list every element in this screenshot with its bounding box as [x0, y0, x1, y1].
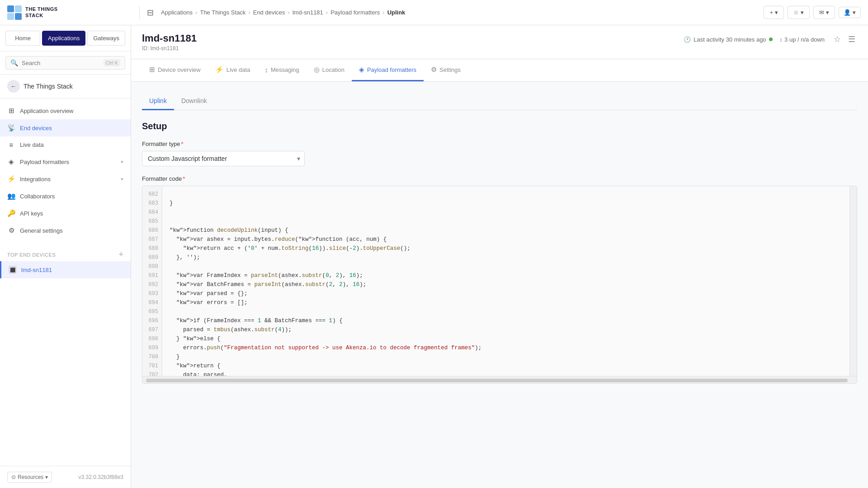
device-header-actions: ☆ ☰: [832, 33, 857, 46]
breadcrumb-sep-5: ›: [382, 9, 384, 16]
sidebar-device-lmd-sn1181[interactable]: ⬛ lmd-sn1181: [0, 261, 131, 278]
scrollbar-vertical[interactable]: [849, 186, 857, 376]
activity-clock-icon: 🕐: [684, 36, 691, 43]
breadcrumb: Applications › The Things Stack › End de…: [161, 9, 758, 16]
code-editor-inner: 6826836846856866876886896906916926936946…: [142, 186, 857, 376]
logo-sq-tl: [7, 5, 14, 12]
sidebar-item-end-devices[interactable]: 📡 End devices: [0, 119, 131, 136]
collapse-sidebar-button[interactable]: ⊟: [145, 6, 156, 19]
resources-button[interactable]: ⊙ Resources ▾: [7, 472, 52, 483]
resources-label: Resources: [18, 474, 43, 480]
breadcrumb-sep-3: ›: [288, 9, 290, 16]
breadcrumb-enddevices[interactable]: End devices: [253, 9, 285, 16]
live-data-tab-icon: ⚡: [215, 66, 224, 74]
sidebar-back-label: The Things Stack: [24, 83, 73, 90]
scrollbar-horizontal[interactable]: [142, 376, 857, 383]
device-chip-icon: ⬛: [9, 266, 17, 274]
logo-sq-bl: [7, 13, 14, 20]
search-input[interactable]: [22, 60, 100, 66]
breadcrumb-thethingsstack[interactable]: The Things Stack: [200, 9, 245, 16]
sidebar-label-integrations: Integrations: [20, 176, 51, 183]
user-button[interactable]: 👤 ▾: [839, 7, 861, 18]
search-box[interactable]: 🔍 Ctrl K: [5, 56, 125, 70]
sidebar-label-api-keys: API keys: [20, 210, 43, 217]
breadcrumb-applications[interactable]: Applications: [161, 9, 193, 16]
formatter-type-select[interactable]: Custom Javascript formatter: [142, 151, 305, 166]
sidebar-label-end-devices: End devices: [20, 125, 52, 131]
breadcrumb-payload-formatters[interactable]: Payload formatters: [330, 9, 380, 16]
sidebar-item-collaborators[interactable]: 👥 Collaborators: [0, 188, 131, 205]
sidebar-label-collaborators: Collaborators: [20, 193, 55, 200]
tab-live-data[interactable]: ⚡ Live data: [208, 59, 258, 81]
sidebar-item-application-overview[interactable]: ⊞ Application overview: [0, 102, 131, 119]
device-overview-icon: ⊞: [149, 66, 155, 74]
sidebar-item-payload-formatters[interactable]: ◈ Payload formatters ▾: [0, 153, 131, 170]
breadcrumb-current: Uplink: [387, 9, 406, 16]
tab-messaging-label: Messaging: [271, 66, 299, 73]
add-button[interactable]: + ▾: [764, 6, 784, 19]
tab-payload-formatters-label: Payload formatters: [367, 66, 416, 73]
sidebar-applications-btn[interactable]: Applications: [42, 31, 85, 46]
updown-info: ↕ 3 up / n/a down: [780, 36, 825, 43]
tab-location[interactable]: ◎ Location: [307, 59, 352, 81]
tab-device-overview[interactable]: ⊞ Device overview: [142, 59, 208, 81]
formatter-type-label: Formatter type *: [142, 141, 857, 147]
mail-button[interactable]: ✉ ▾: [813, 6, 835, 19]
tab-messaging[interactable]: ↕ Messaging: [257, 59, 306, 81]
tab-payload-formatters[interactable]: ◈ Payload formatters: [352, 59, 424, 81]
logo: THE THINGS STACK: [7, 5, 134, 20]
live-data-icon: ≡: [7, 141, 15, 149]
device-title: lmd-sn1181: [142, 33, 197, 44]
sidebar-nav-top: Home Applications Gateways: [0, 25, 131, 52]
integrations-chevron-icon: ▾: [121, 176, 123, 182]
add-btn-chevron: ▾: [775, 9, 778, 16]
payload-formatters-tab-icon: ◈: [359, 66, 364, 74]
topbar-separator: [139, 6, 140, 19]
logo-icon: [7, 5, 22, 20]
breadcrumb-sep-2: ›: [248, 9, 250, 16]
sidebar-label-payload-formatters: Payload formatters: [20, 159, 69, 165]
device-label-lmd-sn1181: lmd-sn1181: [21, 267, 52, 273]
integration-icon: ⚡: [7, 175, 15, 183]
device-icon: 📡: [7, 124, 15, 132]
settings-tab-icon: ⚙: [431, 66, 437, 74]
code-editor[interactable]: 6826836846856866876886896906916926936946…: [142, 186, 857, 384]
mail-icon: ✉: [819, 9, 824, 16]
updown-arrows-icon: ↕: [780, 36, 783, 43]
sidebar-back[interactable]: ← The Things Stack: [0, 75, 131, 99]
sub-tab-uplink[interactable]: Uplink: [142, 93, 174, 110]
resources-icon: ⊙: [11, 474, 16, 480]
sidebar-item-live-data[interactable]: ≡ Live data: [0, 136, 131, 153]
sidebar-top-end-devices-section: Top end devices +: [0, 243, 131, 261]
sidebar-label-general-settings: General settings: [20, 227, 63, 234]
add-end-device-button[interactable]: +: [118, 250, 123, 259]
tab-settings[interactable]: ⚙ Settings: [424, 59, 468, 81]
code-lines[interactable]: } "kw">function decodeUplink(input) { "k…: [162, 186, 857, 376]
resources-chevron: ▾: [45, 474, 48, 480]
page-content: Uplink Downlink Setup Formatter type * C…: [131, 82, 868, 404]
sidebar-home-btn[interactable]: Home: [5, 31, 40, 46]
sidebar-item-integrations[interactable]: ⚡ Integrations ▾: [0, 170, 131, 188]
breadcrumb-sep-1: ›: [195, 9, 197, 16]
scrollbar-thumb-horizontal: [146, 379, 848, 382]
sidebar-item-general-settings[interactable]: ⚙ General settings: [0, 222, 131, 239]
sidebar-gateways-btn[interactable]: Gateways: [87, 31, 125, 46]
device-header-right: 🕐 Last activity 30 minutes ago ↕ 3 up / …: [684, 33, 857, 46]
sidebar-label-application-overview: Application overview: [20, 108, 74, 114]
required-indicator: *: [181, 141, 184, 147]
plus-icon: +: [769, 9, 773, 16]
setup-title: Setup: [142, 121, 857, 131]
sidebar-label-live-data: Live data: [20, 141, 44, 148]
bookmark-button[interactable]: ☆ ▾: [788, 6, 810, 19]
mail-chevron: ▾: [826, 9, 829, 16]
device-info: lmd-sn1181 ID: lmd-sn1181: [142, 33, 197, 52]
menu-device-button[interactable]: ☰: [846, 33, 857, 46]
bookmark-device-button[interactable]: ☆: [832, 33, 843, 46]
sidebar-item-api-keys[interactable]: 🔑 API keys: [0, 205, 131, 222]
sub-tab-downlink[interactable]: Downlink: [174, 93, 214, 110]
sidebar-menu: ⊞ Application overview 📡 End devices ≡ L…: [0, 99, 131, 243]
sidebar-footer: ⊙ Resources ▾ v3.32.0.32b3f88e3: [0, 466, 131, 488]
breadcrumb-device[interactable]: lmd-sn1181: [292, 9, 323, 16]
logo-sq-tr: [15, 5, 22, 12]
main-layout: Home Applications Gateways 🔍 Ctrl K ← Th…: [0, 25, 868, 488]
